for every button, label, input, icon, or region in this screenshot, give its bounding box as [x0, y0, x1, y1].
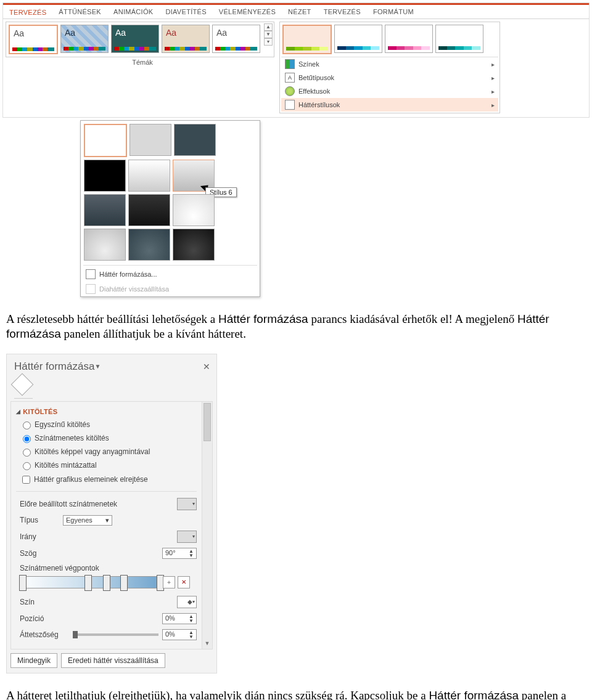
themes-caption: Témák: [6, 59, 279, 66]
direction-dropdown[interactable]: ▾: [177, 531, 197, 543]
ribbon-tab[interactable]: DIAVETÍTÉS: [159, 5, 212, 18]
variant-thumb[interactable]: [334, 25, 382, 53]
label: Betűtípusok: [298, 74, 334, 81]
ribbon-tab[interactable]: TERVEZÉS: [318, 5, 367, 18]
field-direction: Irány ▾: [16, 528, 197, 545]
apply-all-button[interactable]: Mindegyik: [10, 653, 57, 668]
theme-thumb[interactable]: Aa: [111, 25, 159, 53]
ribbon-screenshot: TERVEZÉS ÁTTŰNÉSEK ANIMÁCIÓK DIAVETÍTÉS …: [2, 2, 590, 118]
scroll-down-icon[interactable]: ▼: [202, 640, 212, 649]
theme-thumb[interactable]: Aa: [162, 25, 210, 53]
pane-footer: Mindegyik Eredeti háttér visszaállítása: [7, 649, 216, 673]
bg-style-thumb[interactable]: [128, 229, 170, 261]
paragraph: A hátteret letilthatjuk (elrejthetjük), …: [6, 688, 586, 701]
ribbon-tab[interactable]: NÉZET: [282, 5, 318, 18]
variant-thumb[interactable]: [435, 25, 483, 53]
ribbon-tab[interactable]: ANIMÁCIÓK: [107, 5, 159, 18]
text: parancs kiadásával érhetők el! A megjele…: [311, 312, 517, 325]
field-transparency: Áttetszőség 0% ▲▼: [16, 627, 197, 643]
radio-picture[interactable]: Kitöltés képpel vagy anyagmintával: [16, 445, 197, 458]
chevron-up-icon[interactable]: ▲: [264, 23, 273, 31]
label: Diaháttér visszaállítása: [99, 285, 169, 293]
label: Háttérstílusok: [298, 101, 340, 108]
position-spinner[interactable]: 0% ▲▼: [162, 613, 197, 624]
label: Színek: [298, 60, 319, 68]
reset-bg-button[interactable]: Eredeti háttér visszaállítása: [61, 653, 165, 668]
themes-spinner[interactable]: ▲ ▼ ▾: [264, 23, 273, 46]
bg-format-item[interactable]: Háttér formázása...: [81, 267, 260, 282]
variant-thumb[interactable]: [282, 25, 332, 54]
themes-group: Aa Aa Aa Aa Aa ▲ ▼ ▾ Témák: [6, 22, 279, 66]
label: KITÖLTÉS: [23, 408, 57, 415]
gradient-stop[interactable]: [19, 575, 27, 591]
checkbox-input[interactable]: [22, 476, 30, 484]
theme-thumb[interactable]: Aa: [60, 25, 109, 53]
check-hide-graphics[interactable]: Háttér grafikus elemeinek elrejtése: [16, 472, 197, 487]
themes-more-icon[interactable]: ▾: [264, 38, 273, 46]
bg-style-thumb[interactable]: Stílus 6: [173, 160, 215, 192]
gradient-stop[interactable]: [120, 575, 128, 591]
bg-style-thumb[interactable]: [128, 194, 170, 226]
label: Háttér grafikus elemeinek elrejtése: [34, 475, 148, 484]
ribbon-tab[interactable]: ÁTTŰNÉSEK: [52, 5, 107, 18]
fill-tab-icon[interactable]: [11, 373, 34, 396]
pane-header: Háttér formázása ▼ ✕: [7, 354, 216, 374]
angle-spinner[interactable]: 90° ▲▼: [162, 548, 197, 559]
value: 0%: [165, 630, 175, 639]
label: Áttetszőség: [20, 630, 69, 639]
field-color: Szín ◆▾: [16, 593, 197, 611]
bg-style-thumb[interactable]: [128, 160, 170, 192]
presets-dropdown[interactable]: ▾: [177, 498, 197, 510]
gradient-stop[interactable]: [103, 575, 110, 591]
gradient-bar[interactable]: ＋ ✕: [20, 576, 163, 588]
add-stop-button[interactable]: ＋: [163, 576, 175, 588]
pane-menu-icon[interactable]: ▼: [94, 363, 101, 370]
radio-input[interactable]: [23, 421, 31, 429]
theme-thumb[interactable]: Aa: [212, 25, 260, 53]
bg-style-thumb[interactable]: [173, 229, 215, 261]
fonts-icon: A: [285, 73, 295, 83]
chevron-right-icon: ▸: [491, 61, 495, 68]
bg-style-thumb[interactable]: [130, 124, 171, 156]
ribbon-tab[interactable]: FORMÁTUM: [367, 5, 420, 18]
ribbon-tab[interactable]: VÉLEMÉNYEZÉS: [213, 5, 282, 18]
bg-style-thumb[interactable]: [84, 229, 126, 261]
transparency-slider[interactable]: [73, 633, 158, 636]
radio-pattern[interactable]: Kitöltés mintázattal: [16, 458, 197, 472]
bg-style-thumb[interactable]: [84, 194, 126, 226]
section-fill[interactable]: ◢ KITÖLTÉS: [16, 405, 197, 418]
spinner-arrows-icon[interactable]: ▲▼: [189, 614, 194, 623]
close-icon[interactable]: ✕: [203, 362, 210, 372]
bg-style-thumb[interactable]: [174, 124, 216, 156]
label: Effektusok: [298, 88, 330, 95]
variants-fonts[interactable]: A Betűtípusok ▸: [281, 71, 498, 84]
bg-style-thumb[interactable]: [84, 124, 127, 157]
radio-solid[interactable]: Egyszínű kitöltés: [16, 418, 197, 431]
spinner-arrows-icon[interactable]: ▲▼: [189, 630, 194, 639]
gradient-stop[interactable]: [84, 575, 92, 591]
type-select[interactable]: Egyenes▾: [63, 515, 112, 526]
variants-bgstyles[interactable]: Háttérstílusok ▸: [281, 98, 498, 112]
chevron-down-icon[interactable]: ▼: [264, 31, 273, 38]
effects-icon: [285, 86, 295, 96]
color-dropdown[interactable]: ◆▾: [177, 596, 197, 608]
bg-style-thumb[interactable]: [173, 194, 215, 226]
radio-gradient[interactable]: Színátmenetes kitöltés: [16, 431, 197, 445]
pane-scrollbar[interactable]: ▲ ▼: [202, 402, 212, 649]
radio-input[interactable]: [23, 462, 31, 470]
bg-style-thumb[interactable]: [84, 160, 126, 192]
variant-thumb[interactable]: [385, 25, 433, 53]
variants-effects[interactable]: Effektusok ▸: [281, 84, 498, 98]
scroll-thumb[interactable]: [204, 403, 211, 441]
variants-colors[interactable]: Színek ▸: [281, 57, 498, 71]
theme-thumb[interactable]: Aa: [9, 25, 58, 54]
radio-input[interactable]: [23, 435, 31, 443]
ribbon-tab[interactable]: TERVEZÉS: [3, 4, 52, 18]
spinner-arrows-icon[interactable]: ▲▼: [189, 549, 194, 558]
slider-thumb[interactable]: [73, 631, 78, 638]
remove-stop-button[interactable]: ✕: [178, 576, 190, 588]
value: 0%: [165, 614, 175, 623]
radio-input[interactable]: [23, 449, 31, 457]
field-presets: Előre beállított színátmenetek ▾: [16, 495, 197, 513]
transparency-spinner[interactable]: 0% ▲▼: [162, 629, 197, 640]
